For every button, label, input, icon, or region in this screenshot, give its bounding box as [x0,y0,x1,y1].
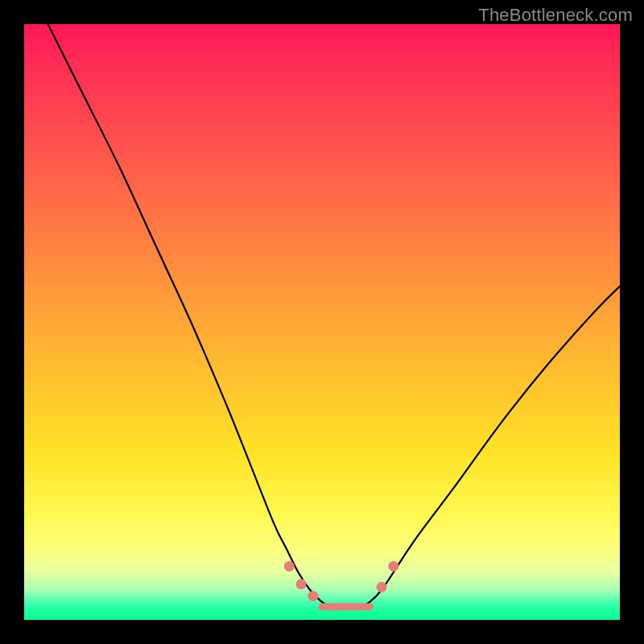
highlight-dot [377,582,387,592]
highlight-dot [388,561,398,572]
highlight-dot [308,591,318,601]
highlight-dots [284,561,399,601]
chart-frame: TheBottleneck.com [0,0,644,644]
bottleneck-curve [48,24,620,609]
highlight-dot [284,561,295,572]
highlight-dot [296,579,307,589]
chart-svg-layer [24,24,620,620]
watermark-label: TheBottleneck.com [478,5,633,26]
